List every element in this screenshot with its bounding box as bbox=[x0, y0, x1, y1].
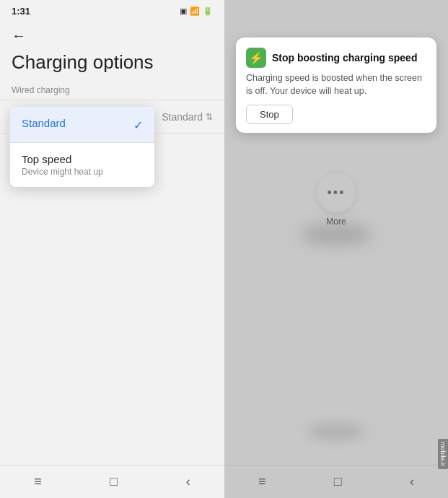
status-time: 1:31 bbox=[12, 6, 30, 17]
toast-header: ⚡ Stop boosting charging speed bbox=[246, 48, 426, 68]
status-bar: 1:31 ▣ 📶 🔋 bbox=[0, 0, 224, 20]
bottom-nav-left: ≡ □ ‹ bbox=[0, 465, 224, 498]
back-nav-icon[interactable]: ‹ bbox=[186, 474, 190, 489]
stop-button[interactable]: Stop bbox=[246, 105, 293, 124]
dropdown-item-topspeed[interactable]: Top speed Device might heat up bbox=[10, 143, 154, 187]
back-button[interactable]: ← bbox=[0, 20, 224, 48]
bottom-nav-right: ≡ □ ‹ bbox=[224, 465, 448, 498]
shadow-blob-1 bbox=[300, 224, 372, 245]
home-icon[interactable]: □ bbox=[110, 474, 118, 489]
more-circle-button[interactable]: ••• bbox=[317, 173, 356, 212]
dropdown-topspeed-subtitle: Device might heat up bbox=[22, 167, 103, 177]
home-icon-right[interactable]: □ bbox=[334, 474, 342, 489]
camera-icon: ▣ bbox=[180, 6, 187, 16]
right-panel: ⚡ Stop boosting charging speed Charging … bbox=[224, 0, 448, 498]
wifi-icon: 📶 bbox=[190, 6, 200, 16]
more-dots-icon: ••• bbox=[328, 185, 346, 201]
stop-boosting-toast: ⚡ Stop boosting charging speed Charging … bbox=[236, 38, 436, 133]
watermark: mobile.ir bbox=[438, 439, 448, 469]
back-nav-icon-right[interactable]: ‹ bbox=[410, 474, 414, 489]
dropdown-standard-label: Standard bbox=[22, 117, 66, 129]
status-icons: ▣ 📶 🔋 bbox=[180, 6, 213, 16]
dropdown-item-standard[interactable]: Standard ✓ bbox=[10, 107, 154, 142]
chevron-updown-icon: ⇅ bbox=[206, 112, 213, 122]
battery-icon: 🔋 bbox=[203, 6, 213, 16]
section-label: Wired charging bbox=[0, 82, 224, 100]
more-area: ••• More bbox=[317, 173, 356, 227]
page-title: Charging options bbox=[0, 48, 224, 82]
charging-mode-dropdown: Standard ✓ Top speed Device might heat u… bbox=[10, 107, 154, 187]
menu-icon-right[interactable]: ≡ bbox=[258, 474, 266, 489]
toast-title: Stop boosting charging speed bbox=[272, 52, 417, 64]
check-icon: ✓ bbox=[133, 118, 143, 132]
bolt-icon: ⚡ bbox=[249, 51, 263, 65]
toast-icon-wrap: ⚡ bbox=[246, 48, 266, 68]
wired-charging-mode-value: Standard ⇅ bbox=[162, 111, 213, 123]
menu-icon[interactable]: ≡ bbox=[34, 474, 42, 489]
shadow-blob-2 bbox=[307, 423, 365, 440]
dropdown-topspeed-label: Top speed bbox=[22, 153, 103, 165]
left-panel: 1:31 ▣ 📶 🔋 ← Charging options Wired char… bbox=[0, 0, 224, 498]
toast-body: Charging speed is boosted when the scree… bbox=[246, 72, 426, 97]
